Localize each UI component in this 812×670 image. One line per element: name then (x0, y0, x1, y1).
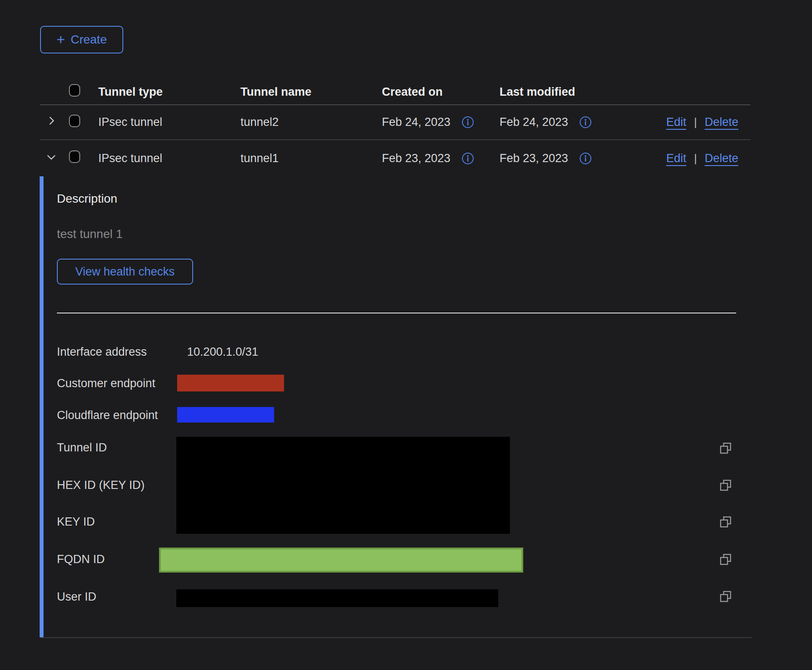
copy-icon (719, 590, 732, 603)
last-modified-cell: Feb 23, 2023 (500, 152, 568, 165)
select-all-checkbox[interactable] (69, 84, 80, 97)
copy-icon (719, 442, 732, 455)
tunnel-type-cell: IPsec tunnel (98, 152, 240, 165)
copy-icon (719, 479, 732, 492)
tunnel-detail-panel: Description test tunnel 1 View health ch… (40, 176, 752, 637)
fqdn-id-label: FQDN ID (57, 552, 105, 567)
tunnels-table: Tunnel type Tunnel name Created on Last … (40, 79, 750, 638)
expand-row-button[interactable] (46, 116, 56, 126)
action-separator: | (694, 116, 697, 129)
tunnel-id-label: Tunnel ID (57, 440, 107, 455)
create-button-label: Create (71, 33, 107, 47)
header-tunnel-type: Tunnel type (98, 85, 240, 99)
create-button[interactable]: + Create (40, 26, 123, 53)
key-id-label: KEY ID (57, 514, 95, 529)
chevron-down-icon (46, 152, 56, 162)
section-divider (57, 313, 736, 313)
table-header-row: Tunnel type Tunnel name Created on Last … (40, 79, 750, 105)
interface-address-value: 10.200.1.0/31 (187, 344, 258, 359)
header-created-on: Created on (382, 85, 500, 99)
interface-address-label: Interface address (57, 344, 147, 359)
info-icon[interactable] (462, 152, 474, 165)
created-on-cell: Feb 23, 2023 (382, 152, 450, 165)
chevron-right-icon (46, 116, 56, 126)
info-icon[interactable] (579, 116, 592, 128)
table-row: IPsec tunnel tunnel1 Feb 23, 2023 Feb 23… (40, 140, 750, 176)
tunnel-name-cell: tunnel2 (240, 116, 382, 129)
table-bottom-divider (40, 637, 752, 638)
table-row: IPsec tunnel tunnel2 Feb 24, 2023 Feb 24… (40, 105, 750, 140)
tunnel-name-cell: tunnel1 (240, 152, 382, 165)
tunnel-hex-key-id-redacted-values (176, 437, 510, 534)
copy-user-id-button[interactable] (719, 590, 732, 603)
header-tunnel-name: Tunnel name (240, 85, 382, 99)
fqdn-id-redacted-value (159, 548, 523, 573)
last-modified-cell: Feb 24, 2023 (500, 116, 568, 129)
delete-link[interactable]: Delete (705, 152, 738, 165)
copy-fqdn-id-button[interactable] (719, 553, 732, 566)
created-on-cell: Feb 24, 2023 (382, 116, 450, 129)
tunnel-type-cell: IPsec tunnel (98, 116, 240, 129)
action-separator: | (694, 152, 697, 165)
hex-id-label: HEX ID (KEY ID) (57, 478, 145, 492)
cloudflare-endpoint-redacted-value (177, 407, 274, 423)
edit-link[interactable]: Edit (666, 116, 687, 129)
row-checkbox[interactable] (69, 150, 80, 163)
user-id-label: User ID (57, 589, 97, 604)
header-last-modified: Last modified (500, 85, 642, 99)
customer-endpoint-label: Customer endpoint (57, 376, 155, 391)
copy-icon (719, 516, 732, 529)
delete-link[interactable]: Delete (705, 116, 738, 129)
copy-key-id-button[interactable] (719, 516, 732, 529)
user-id-redacted-value (176, 589, 498, 607)
cloudflare-endpoint-label: Cloudflare endpoint (57, 408, 158, 423)
description-label: Description (57, 192, 117, 206)
copy-icon (719, 553, 732, 566)
copy-tunnel-id-button[interactable] (719, 442, 732, 455)
description-value: test tunnel 1 (57, 227, 123, 241)
copy-hex-id-button[interactable] (719, 479, 732, 492)
view-health-checks-button[interactable]: View health checks (57, 259, 193, 285)
expanded-row-indicator-bar (40, 176, 44, 637)
info-icon[interactable] (579, 152, 592, 165)
row-checkbox[interactable] (69, 115, 80, 127)
plus-icon: + (56, 32, 65, 47)
edit-link[interactable]: Edit (666, 152, 687, 165)
customer-endpoint-redacted-value (177, 375, 284, 391)
collapse-row-button[interactable] (46, 152, 56, 162)
info-icon[interactable] (462, 116, 474, 128)
